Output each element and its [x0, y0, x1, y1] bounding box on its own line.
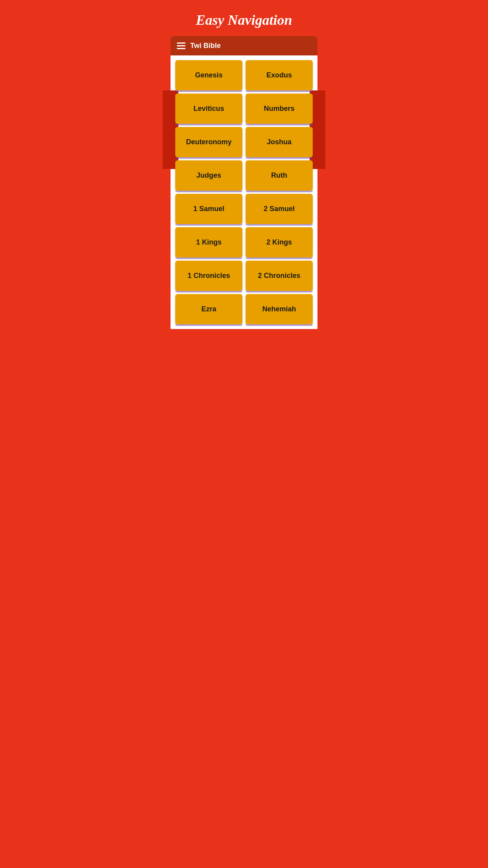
- book-button-nehemiah[interactable]: Nehemiah: [246, 294, 313, 324]
- app-title: Twi Bible: [190, 42, 221, 50]
- book-button-leviticus[interactable]: Leviticus: [175, 94, 242, 124]
- book-button-ezra[interactable]: Ezra: [175, 294, 242, 324]
- bottom-bar: [171, 329, 317, 345]
- app-header: Twi Bible: [171, 36, 317, 55]
- book-button-2chronicles[interactable]: 2 Chronicles: [246, 261, 313, 291]
- hamburger-line-2: [177, 45, 185, 46]
- book-button-exodus[interactable]: Exodus: [246, 60, 313, 90]
- book-button-2kings[interactable]: 2 Kings: [246, 227, 313, 257]
- book-button-1kings[interactable]: 1 Kings: [175, 227, 242, 257]
- book-button-genesis[interactable]: Genesis: [175, 60, 242, 90]
- phone-frame: Twi Bible GenesisExodusLeviticusNumbersD…: [171, 36, 317, 329]
- book-button-1chronicles[interactable]: 1 Chronicles: [175, 261, 242, 291]
- books-grid: GenesisExodusLeviticusNumbersDeuteronomy…: [171, 55, 317, 329]
- page-title: Easy Navigation: [163, 0, 325, 36]
- book-button-joshua[interactable]: Joshua: [246, 127, 313, 157]
- book-button-judges[interactable]: Judges: [175, 160, 242, 191]
- book-button-2samuel[interactable]: 2 Samuel: [246, 194, 313, 224]
- book-button-1samuel[interactable]: 1 Samuel: [175, 194, 242, 224]
- app-wrapper: Easy Navigation Twi Bible GenesisExodusL…: [163, 0, 325, 345]
- menu-button[interactable]: [177, 42, 185, 49]
- book-button-deuteronomy[interactable]: Deuteronomy: [175, 127, 242, 157]
- book-button-numbers[interactable]: Numbers: [246, 94, 313, 124]
- hamburger-line-3: [177, 48, 185, 49]
- book-button-ruth[interactable]: Ruth: [246, 160, 313, 191]
- hamburger-line-1: [177, 42, 185, 44]
